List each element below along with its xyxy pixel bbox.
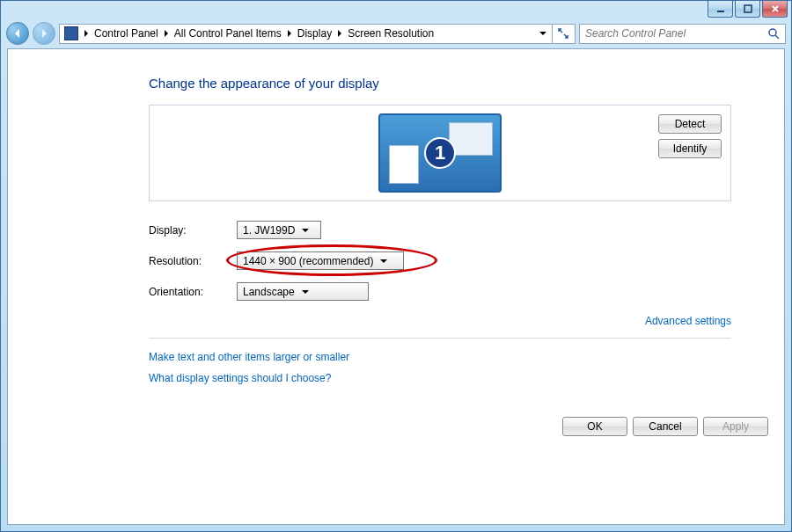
forward-button[interactable] <box>33 22 55 45</box>
maximize-button[interactable] <box>735 1 760 18</box>
monitor-thumbnail[interactable]: 1 <box>378 113 502 193</box>
breadcrumb-item[interactable]: All Control Panel Items <box>172 25 284 43</box>
display-value: 1. JW199D <box>243 224 295 237</box>
chevron-right-icon <box>84 30 88 37</box>
control-panel-icon <box>64 26 78 40</box>
text-size-link[interactable]: Make text and other items larger or smal… <box>149 351 349 363</box>
breadcrumb-label: Control Panel <box>94 27 158 40</box>
breadcrumb-label: Screen Resolution <box>348 27 434 40</box>
breadcrumb-label: Display <box>297 27 332 40</box>
resolution-combo[interactable]: 1440 × 900 (recommended) <box>237 251 404 270</box>
identify-button[interactable]: Identify <box>658 139 722 158</box>
search-input[interactable] <box>585 27 744 40</box>
window-frame: Control Panel All Control Panel Items Di… <box>0 0 792 532</box>
divider <box>149 338 731 339</box>
page-title: Change the appearance of your display <box>149 76 731 91</box>
toolbar: Control Panel All Control Panel Items Di… <box>1 20 791 47</box>
chevron-down-icon <box>380 259 387 263</box>
display-combo[interactable]: 1. JW199D <box>237 221 321 239</box>
breadcrumb-item[interactable]: Control Panel <box>92 25 161 43</box>
resolution-value: 1440 × 900 (recommended) <box>243 255 373 267</box>
display-label: Display: <box>149 224 237 237</box>
close-button[interactable] <box>762 1 788 18</box>
cancel-button[interactable]: Cancel <box>633 417 698 436</box>
svg-rect-1 <box>744 5 752 12</box>
help-link[interactable]: What display settings should I choose? <box>149 372 331 384</box>
apply-button: Apply <box>703 417 768 436</box>
chevron-right-icon <box>338 30 341 37</box>
breadcrumb-item[interactable]: Screen Resolution <box>345 25 436 43</box>
back-button[interactable] <box>6 22 29 45</box>
search-icon <box>767 27 780 40</box>
minimize-button[interactable] <box>708 1 733 18</box>
content-pane: Change the appearance of your display 1 … <box>7 48 785 525</box>
detect-button[interactable]: Detect <box>658 114 722 134</box>
ok-button[interactable]: OK <box>562 417 627 436</box>
monitor-number: 1 <box>424 137 456 169</box>
address-bar[interactable]: Control Panel All Control Panel Items Di… <box>59 24 576 44</box>
svg-point-2 <box>769 29 776 36</box>
chevron-right-icon <box>288 30 291 37</box>
svg-rect-0 <box>717 11 724 12</box>
footer-buttons: OK Cancel Apply <box>562 417 768 436</box>
resolution-label: Resolution: <box>149 255 237 267</box>
breadcrumb-item[interactable]: Display <box>295 25 334 43</box>
advanced-settings-link[interactable]: Advanced settings <box>645 315 731 327</box>
refresh-button[interactable] <box>552 25 573 43</box>
display-preview: 1 Detect Identify <box>149 105 731 201</box>
orientation-value: Landscape <box>243 286 295 298</box>
chevron-down-icon <box>302 229 309 232</box>
orientation-label: Orientation: <box>149 286 237 298</box>
chevron-down-icon <box>302 290 309 294</box>
breadcrumb-label: All Control Panel Items <box>174 27 282 40</box>
chevron-right-icon <box>165 30 168 37</box>
titlebar[interactable] <box>1 1 791 20</box>
address-dropdown-icon[interactable] <box>539 32 546 35</box>
orientation-combo[interactable]: Landscape <box>237 282 369 301</box>
search-box[interactable] <box>579 24 786 44</box>
